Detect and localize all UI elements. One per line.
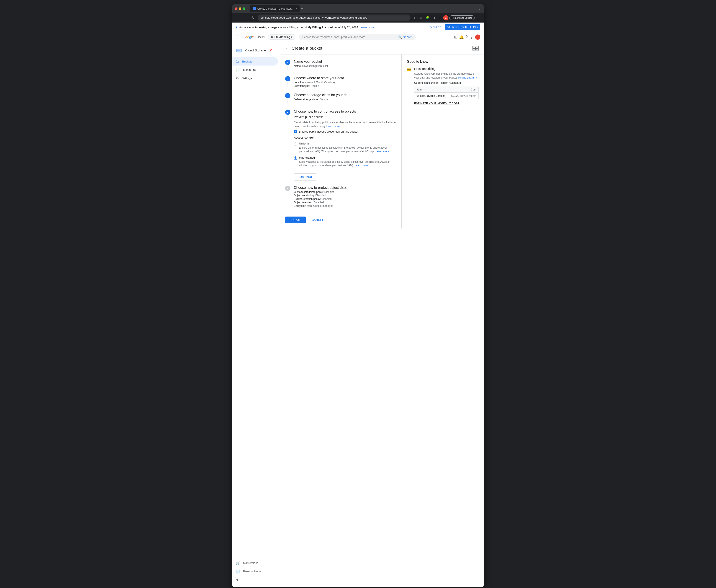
pin-icon[interactable]: 📌 [269,48,272,52]
more-vert-icon[interactable]: ⋮ [470,35,473,40]
cancel-button[interactable]: CANCEL [308,216,327,223]
logo-cloud: Cloud [256,35,265,39]
search-icon[interactable]: 🔍 Search [398,35,412,39]
location-pricing-title: Location pricing [414,67,479,70]
sidebar-item-buckets-label: Buckets [242,60,252,63]
radio-uniform-desc: Ensure uniform access to all objects in … [299,146,396,153]
dismiss-button[interactable]: DISMISS [428,25,443,30]
step-3-line [287,99,288,104]
maximize-window-button[interactable] [243,7,245,10]
collapse-sidebar-button[interactable]: ◀ [232,575,280,584]
step-1-line [287,66,288,70]
step-1-detail: Name: staybookingevebucket [294,64,396,67]
close-window-button[interactable] [235,7,237,10]
create-button[interactable]: CREATE [285,216,306,223]
page-content: ← Create a bucket ◀▶ ✓ Name your bucket [280,42,484,587]
credit-card-icon: 💳 [407,67,412,105]
minimize-window-button[interactable] [239,7,241,10]
prevent-public-access-desc: Restrict data from being publicly access… [294,121,396,128]
page-header: ← Create a bucket ◀▶ [280,42,484,55]
current-config: Current configuration: Region / Standard [414,81,479,84]
view-costs-button[interactable]: VIEW COSTS IN BILLING [445,24,480,30]
step-1-content: Name your bucket Name: staybookingevebuc… [294,60,396,71]
forward-button[interactable]: → [243,15,249,21]
step-3-storage-detail: Default storage class: Standard [294,98,396,101]
back-button[interactable]: ← [235,15,241,21]
more-options-icon[interactable]: ⋮ [476,15,481,20]
radio-uniform-button[interactable] [294,142,297,146]
buckets-icon: 🗂 [236,60,239,63]
nav-icons: ⬆ ☆ 🧩 ⬇ □ E Relaunch to update ⋮ [412,15,481,20]
logo-google: Google [243,35,254,39]
profile-avatar[interactable]: E [443,15,449,20]
reload-button[interactable]: ↻ [251,15,256,21]
good-to-know-title: Good to know [407,60,479,64]
nav-bar: ← → ↻ ⬆ ☆ 🧩 ⬇ □ E Relaunch to update ⋮ [232,13,484,23]
svg-rect-2 [237,50,239,50]
download-icon[interactable]: ⬇ [432,15,437,20]
project-selector[interactable]: ⚙ StayBooking ▾ [268,34,295,40]
pricing-cost-value: $0.020 per GB-month [449,93,478,99]
action-buttons: CREATE CANCEL [285,213,396,223]
chevron-down-icon: ▾ [291,35,292,39]
tab-close-button[interactable]: ✕ [295,7,297,10]
sidebar-item-release-notes[interactable]: 📄 Release Notes [232,567,280,575]
sidebar-item-marketplace-label: Marketplace [243,561,259,565]
step-2-indicator: ✓ [285,76,290,88]
enforce-prevention-row: ✓ Enforce public access prevention on th… [294,130,396,133]
url-bar[interactable] [258,15,411,21]
relaunch-button[interactable]: Relaunch to update [449,15,475,20]
search-input[interactable] [302,35,397,39]
step-3-storage-class: ✓ Choose a storage class for your data D… [285,93,396,104]
share-icon[interactable]: ⬆ [412,15,417,20]
sidebar-item-marketplace[interactable]: 🛒 Marketplace [232,559,280,567]
protect-details: Custom soft delete policy: Disabled Obje… [294,190,396,207]
step-2-location-type: Location type: Region [294,84,396,87]
retention-detail: Bucket retention policy: Disabled [294,197,396,201]
estimate-monthly-cost-link[interactable]: ESTIMATE YOUR MONTHLY COST [414,102,479,105]
app-header: ☰ Google Cloud ⚙ StayBooking ▾ 🔍 Search … [232,32,484,42]
pricing-item-header: Item [414,87,449,93]
bookmark-icon[interactable]: ☆ [418,15,424,20]
user-avatar[interactable]: E [475,35,480,40]
sidebar-item-monitoring[interactable]: 📊 Monitoring [232,65,278,74]
expand-panel-button[interactable]: ◀▶ [473,46,479,51]
step-5-title: Choose how to protect object data [294,186,396,190]
location-pricing-section: 💳 Location pricing Storage rates vary de… [407,67,479,105]
location-pricing-content: Location pricing Storage rates vary depe… [414,67,479,105]
step-3-storage-value: Standard [320,98,330,101]
sidebar-item-settings[interactable]: ⚙ Settings [232,74,278,82]
active-tab[interactable]: Create a bucket – Cloud Stor… ✕ [249,5,300,12]
new-tab-button[interactable]: + [301,6,303,11]
fine-grained-learn-more-link[interactable]: Learn more [354,164,368,167]
pricing-details-link[interactable]: Pricing details ↗ [458,76,477,79]
back-to-buckets-button[interactable]: ← [285,46,289,50]
extension-icon[interactable]: 🧩 [425,15,431,20]
continue-button[interactable]: CONTINUE [294,173,317,181]
radio-fine-grained-row: Fine-grained Specify access to individua… [294,156,396,168]
sidebar-nav: 🗂 Buckets 📊 Monitoring ⚙ Settings [232,57,280,557]
step-1-indicator: ✓ [285,60,290,71]
window-controls: ⌄ [479,7,481,10]
enforce-prevention-checkbox[interactable]: ✓ [294,130,297,133]
settings-icon: ⚙ [236,76,239,80]
cloud-storage-logo [236,47,243,54]
prevent-learn-more-link[interactable]: Learn more [326,125,340,128]
step-2-content: Choose where to store your data Location… [294,76,396,88]
sidebar-item-buckets[interactable]: 🗂 Buckets [232,57,278,65]
radio-fine-grained-button[interactable] [294,156,297,160]
step-4-title: Choose how to control access to objects [294,109,396,113]
access-section: Prevent public access Restrict data from… [294,115,396,181]
step-1-name-value: staybookingevebucket [302,64,328,67]
hamburger-menu-icon[interactable]: ☰ [236,35,239,40]
apps-icon[interactable]: ⊞ [454,35,457,40]
tablet-icon[interactable]: □ [438,15,442,20]
checkbox-check-icon: ✓ [295,130,296,133]
step-5-inactive-icon: ● [285,186,290,191]
notifications-icon[interactable]: 🔔 [459,35,464,40]
project-name: StayBooking [274,35,290,39]
learn-more-link[interactable]: Learn more [360,26,374,29]
step-4-access-control: ● Choose how to control access to object… [285,109,396,181]
uniform-learn-more-link[interactable]: Learn more [376,150,389,153]
help-icon[interactable]: ? [465,35,468,39]
